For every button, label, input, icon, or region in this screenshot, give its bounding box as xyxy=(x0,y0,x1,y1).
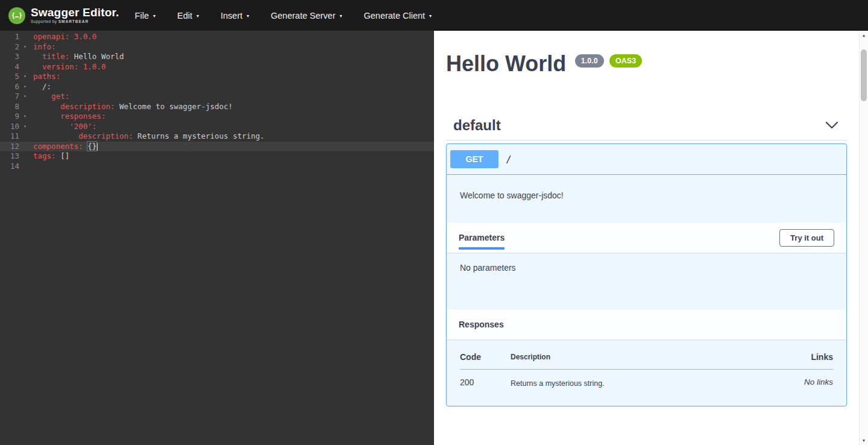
responses-table-header: Code Description Links xyxy=(460,343,833,370)
code-token: description: xyxy=(78,131,133,140)
editor-line[interactable]: '200': xyxy=(29,122,434,132)
line-number: 3 xyxy=(0,52,21,62)
gutter-line: 3 xyxy=(0,52,29,62)
code-token: paths: xyxy=(33,72,60,81)
oas3-badge: OAS3 xyxy=(609,54,642,68)
editor-line[interactable]: description: Welcome to swagger-jsdoc! xyxy=(29,102,434,112)
dropdown-caret-icon: ▾ xyxy=(339,13,342,19)
editor-line[interactable]: responses: xyxy=(29,112,434,122)
code-token xyxy=(33,122,69,131)
brand[interactable]: {…} Swagger Editor. Supported by SMARTBE… xyxy=(8,7,119,24)
gutter-line: 9▾ xyxy=(0,112,29,122)
preview-scrollbar[interactable]: ▲ ▼ xyxy=(859,31,868,445)
code-token xyxy=(33,62,42,71)
editor-line[interactable]: info: xyxy=(29,42,434,52)
editor-line[interactable]: description: Returns a mysterious string… xyxy=(29,131,434,142)
collapse-chevron-icon[interactable] xyxy=(825,121,838,129)
menu-bar: File ▾ Edit ▾ Insert ▾ Generate Server ▾… xyxy=(135,11,432,21)
response-row: 200 Returns a mysterious string. No link… xyxy=(460,370,833,388)
parameters-body: No parameters xyxy=(447,253,846,309)
editor-line[interactable]: components: {} xyxy=(29,142,434,152)
fold-caret-icon[interactable]: ▾ xyxy=(21,82,29,92)
gutter-line: 6▾ xyxy=(0,82,29,92)
editor-code[interactable]: openapi: 3.0.0info: title: Hello World v… xyxy=(29,32,434,171)
scroll-thumb[interactable] xyxy=(861,49,867,101)
gutter-line: 10▾ xyxy=(0,122,29,132)
col-links: Links xyxy=(761,343,833,370)
responses-title: Responses xyxy=(459,320,504,329)
code-token xyxy=(33,52,42,61)
gutter-line: 12 xyxy=(0,142,29,152)
fold-caret-icon[interactable]: ▾ xyxy=(21,42,29,52)
editor-line[interactable]: version: 1.0.0 xyxy=(29,62,434,72)
no-parameters-text: No parameters xyxy=(460,263,516,273)
parameters-section-header: Parameters Try it out xyxy=(447,222,846,253)
code-token xyxy=(33,102,60,111)
editor-line[interactable]: /: xyxy=(29,82,434,92)
code-editor[interactable]: 12▾345▾6▾7▾89▾10▾11121314 openapi: 3.0.0… xyxy=(0,31,434,445)
gutter-line: 11 xyxy=(0,131,29,142)
line-number: 10 xyxy=(0,122,21,132)
gutter-line: 5▾ xyxy=(0,72,29,82)
fold-caret-icon[interactable]: ▾ xyxy=(21,122,29,132)
fold-caret-icon[interactable]: ▾ xyxy=(21,112,29,122)
swagger-editor-app: {…} Swagger Editor. Supported by SMARTBE… xyxy=(0,0,868,445)
code-token: info: xyxy=(33,42,56,51)
code-token xyxy=(33,92,51,101)
code-token: 1.0.0 xyxy=(83,62,106,71)
menu-insert[interactable]: Insert ▾ xyxy=(221,11,249,21)
tag-section-header[interactable]: default xyxy=(446,110,847,140)
scroll-down-icon[interactable]: ▼ xyxy=(860,438,868,443)
editor-line[interactable] xyxy=(29,162,434,172)
dropdown-caret-icon: ▾ xyxy=(153,13,156,19)
text-cursor-icon xyxy=(97,143,98,151)
tab-parameters[interactable]: Parameters xyxy=(459,233,505,242)
editor-line[interactable]: openapi: 3.0.0 xyxy=(29,32,434,42)
code-token: tags: xyxy=(33,151,56,160)
brand-subtitle: Supported by SMARTBEAR xyxy=(31,20,119,24)
editor-line[interactable]: title: Hello World xyxy=(29,52,434,62)
brand-text: Swagger Editor. Supported by SMARTBEAR xyxy=(31,7,119,24)
dropdown-caret-icon: ▾ xyxy=(247,13,249,19)
menu-generate-server-label: Generate Server xyxy=(271,11,335,21)
gutter-line: 4 xyxy=(0,62,29,72)
menu-insert-label: Insert xyxy=(221,11,242,21)
code-token: {} xyxy=(87,142,96,151)
code-token: components: xyxy=(33,142,83,151)
code-token xyxy=(69,32,74,41)
line-number: 11 xyxy=(0,131,21,142)
line-number: 2 xyxy=(0,42,21,52)
operation-description: Welcome to swagger-jsdoc! xyxy=(447,175,846,222)
try-it-out-button[interactable]: Try it out xyxy=(779,229,834,247)
fold-caret-icon[interactable]: ▾ xyxy=(21,72,29,82)
gutter-line: 2▾ xyxy=(0,42,29,52)
response-description: Returns a mysterious string. xyxy=(511,370,761,388)
operation-summary[interactable]: GET / xyxy=(447,144,846,175)
editor-line[interactable]: tags: [] xyxy=(29,151,434,162)
editor-line[interactable]: get: xyxy=(29,92,434,102)
menu-file-label: File xyxy=(135,11,149,21)
code-token: Welcome to swagger-jsdoc! xyxy=(115,102,233,111)
response-links: No links xyxy=(761,370,833,388)
scroll-up-icon[interactable]: ▲ xyxy=(860,33,868,37)
api-title: Hello World xyxy=(446,51,566,76)
col-description: Description xyxy=(511,343,761,370)
line-number: 4 xyxy=(0,62,21,72)
line-number: 6 xyxy=(0,82,21,92)
editor-gutter: 12▾345▾6▾7▾89▾10▾11121314 xyxy=(0,32,29,171)
http-method-badge: GET xyxy=(450,150,498,168)
menu-edit[interactable]: Edit ▾ xyxy=(177,11,199,21)
dropdown-caret-icon: ▾ xyxy=(197,13,199,19)
code-token: responses: xyxy=(60,112,105,121)
fold-caret-icon[interactable]: ▾ xyxy=(21,92,29,102)
menu-file[interactable]: File ▾ xyxy=(135,11,156,21)
responses-body: Code Description Links 200 Returns a mys… xyxy=(447,339,846,406)
editor-line[interactable]: paths: xyxy=(29,72,434,82)
gutter-line: 7▾ xyxy=(0,92,29,102)
menu-generate-client[interactable]: Generate Client ▾ xyxy=(364,11,432,21)
menu-generate-server[interactable]: Generate Server ▾ xyxy=(271,11,342,21)
code-token: /: xyxy=(33,82,51,91)
response-code: 200 xyxy=(460,370,511,388)
code-token: '200': xyxy=(69,122,96,131)
swagger-logo-icon: {…} xyxy=(8,7,25,24)
